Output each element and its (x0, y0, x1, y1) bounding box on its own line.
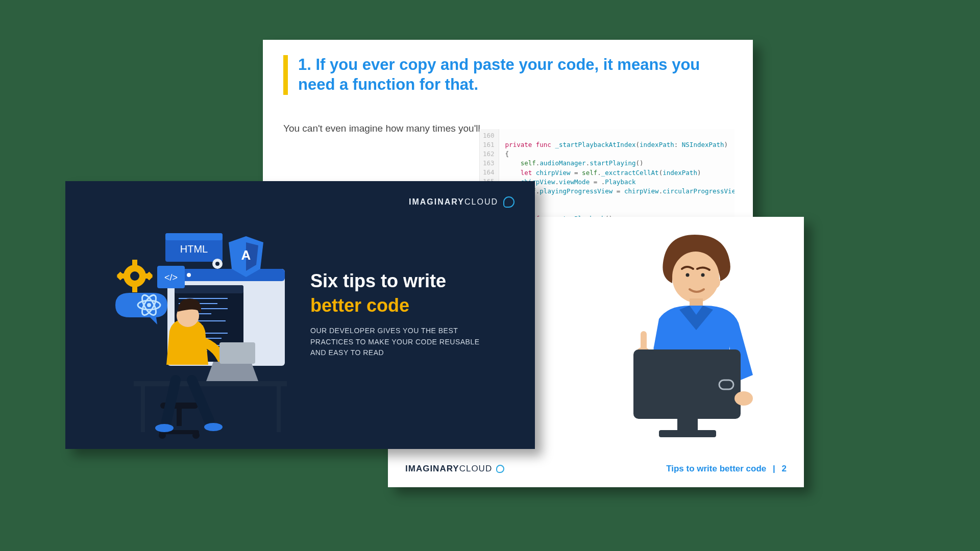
svg-rect-7 (633, 349, 741, 419)
svg-text:A: A (241, 247, 251, 263)
svg-rect-30 (165, 233, 223, 240)
svg-rect-60 (219, 342, 255, 364)
svg-point-0 (672, 252, 719, 303)
footer-separator: | (773, 464, 775, 473)
footer-page-number: 2 (782, 464, 787, 473)
brand-part2: CLOUD (459, 464, 493, 474)
code-badge-text: </> (164, 272, 178, 283)
svg-rect-10 (659, 430, 716, 437)
svg-point-1 (710, 276, 720, 288)
cover-title-line2: better code (310, 295, 514, 316)
svg-rect-9 (677, 419, 698, 431)
cover-brand: IMAGINARY CLOUD (409, 196, 514, 208)
svg-rect-53 (177, 409, 182, 426)
illustration-developer-desk: HTML </> A (75, 209, 309, 448)
svg-rect-39 (132, 260, 137, 266)
svg-point-36 (147, 303, 151, 307)
footer-brand: IMAGINARY CLOUD (405, 464, 504, 474)
svg-rect-50 (141, 386, 145, 432)
svg-rect-40 (132, 286, 137, 292)
svg-point-54 (159, 432, 166, 439)
svg-point-16 (187, 273, 191, 277)
svg-point-48 (215, 262, 219, 266)
svg-rect-18 (175, 285, 243, 293)
svg-point-55 (192, 432, 200, 439)
brand-bubble-icon (503, 196, 514, 208)
svg-point-38 (130, 271, 139, 281)
tip1-title: 1. If you ever copy and paste your code,… (298, 55, 732, 95)
svg-rect-49 (134, 381, 287, 386)
brand-part1: IMAGINARY (405, 464, 459, 474)
cover-subtitle: OUR DEVELOPER GIVES YOU THE BEST PRACTIC… (310, 325, 494, 359)
tip1-heading: 1. If you ever copy and paste your code,… (283, 55, 732, 95)
footer-doc-title: Tips to write better code (666, 464, 766, 473)
svg-rect-6 (641, 331, 647, 352)
footer-page-ref: Tips to write better code | 2 (666, 464, 787, 474)
brand-part1: IMAGINARY (409, 197, 464, 207)
svg-point-57 (204, 423, 223, 431)
svg-point-56 (155, 424, 174, 432)
svg-rect-13 (167, 269, 285, 281)
slide-footer: IMAGINARY CLOUD Tips to write better cod… (405, 464, 787, 474)
accent-bar (283, 55, 288, 95)
cover-text-block: Six tips to write better code OUR DEVELO… (310, 270, 514, 359)
svg-rect-51 (277, 386, 281, 432)
svg-point-11 (734, 391, 753, 406)
slide-cover: IMAGINARY CLOUD Six tips to write better… (65, 181, 535, 449)
html-badge-text: HTML (180, 243, 208, 255)
brand-bubble-icon (496, 465, 504, 473)
brand-part2: CLOUD (464, 197, 498, 207)
svg-point-3 (701, 273, 705, 277)
illustration-person-monitor (587, 222, 792, 441)
cover-title-line1: Six tips to write (310, 270, 514, 292)
svg-point-2 (686, 273, 690, 277)
